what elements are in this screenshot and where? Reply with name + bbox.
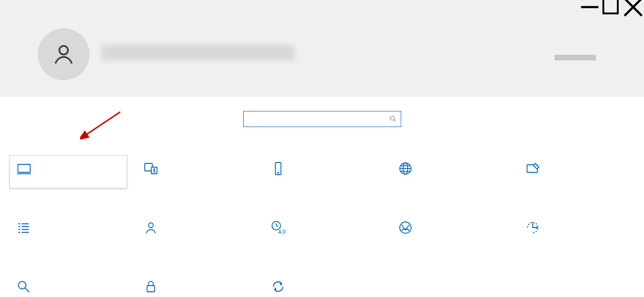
personalization-icon <box>524 160 541 177</box>
globe-icon <box>397 160 414 177</box>
tile-phone[interactable] <box>264 155 382 188</box>
svg-point-14 <box>154 171 155 172</box>
apps-icon <box>15 219 32 236</box>
tile-search[interactable] <box>9 273 127 297</box>
settings-tiles: A字 <box>0 127 644 297</box>
search-box[interactable] <box>243 111 401 127</box>
svg-point-12 <box>154 169 155 170</box>
svg-rect-1 <box>603 0 618 13</box>
tile-privacy[interactable] <box>137 273 255 297</box>
svg-point-16 <box>278 172 279 173</box>
accounts-icon <box>142 219 159 236</box>
svg-point-4 <box>59 46 68 54</box>
svg-text:A字: A字 <box>278 229 286 235</box>
time-language-icon: A字 <box>270 219 287 236</box>
tile-apps[interactable] <box>9 214 127 247</box>
window-controls <box>579 0 644 14</box>
search-input[interactable] <box>248 115 381 123</box>
account-block <box>38 28 295 80</box>
titlebar <box>0 0 644 14</box>
tile-system[interactable] <box>9 155 127 188</box>
avatar[interactable] <box>38 28 90 80</box>
phone-icon <box>270 160 287 177</box>
privacy-icon <box>142 278 159 295</box>
svg-point-13 <box>154 170 155 171</box>
tile-devices[interactable] <box>137 155 255 188</box>
account-text <box>101 45 295 64</box>
account-name-redacted <box>101 45 295 61</box>
svg-point-36 <box>400 222 411 233</box>
maximize-button[interactable] <box>601 0 622 14</box>
update-security-icon <box>270 278 287 295</box>
svg-line-34 <box>276 226 278 227</box>
promo-block <box>554 48 606 60</box>
tile-gaming[interactable] <box>391 214 509 247</box>
tile-time-language[interactable]: A字 <box>264 214 382 247</box>
svg-line-6 <box>394 119 396 121</box>
tile-update-security[interactable] <box>264 273 382 297</box>
lets-go-button[interactable] <box>554 55 596 60</box>
search-wrap <box>0 97 644 127</box>
search-icon <box>389 115 396 123</box>
search-tile-icon <box>15 278 32 295</box>
ease-of-access-icon <box>524 219 541 236</box>
tile-ease-of-access[interactable] <box>519 214 636 247</box>
tile-network-internet[interactable] <box>391 155 509 188</box>
tile-accounts[interactable] <box>137 214 255 247</box>
svg-rect-40 <box>147 286 155 292</box>
svg-point-5 <box>390 116 394 120</box>
gaming-icon <box>397 219 414 236</box>
svg-point-31 <box>149 223 153 228</box>
tile-personalization[interactable] <box>519 155 636 188</box>
devices-icon <box>142 160 159 177</box>
svg-point-38 <box>18 281 26 289</box>
minimize-button[interactable] <box>579 0 601 14</box>
close-button[interactable] <box>622 0 644 14</box>
svg-line-39 <box>25 288 29 292</box>
system-icon <box>16 161 33 178</box>
header-section <box>0 14 644 97</box>
svg-rect-8 <box>18 164 30 172</box>
